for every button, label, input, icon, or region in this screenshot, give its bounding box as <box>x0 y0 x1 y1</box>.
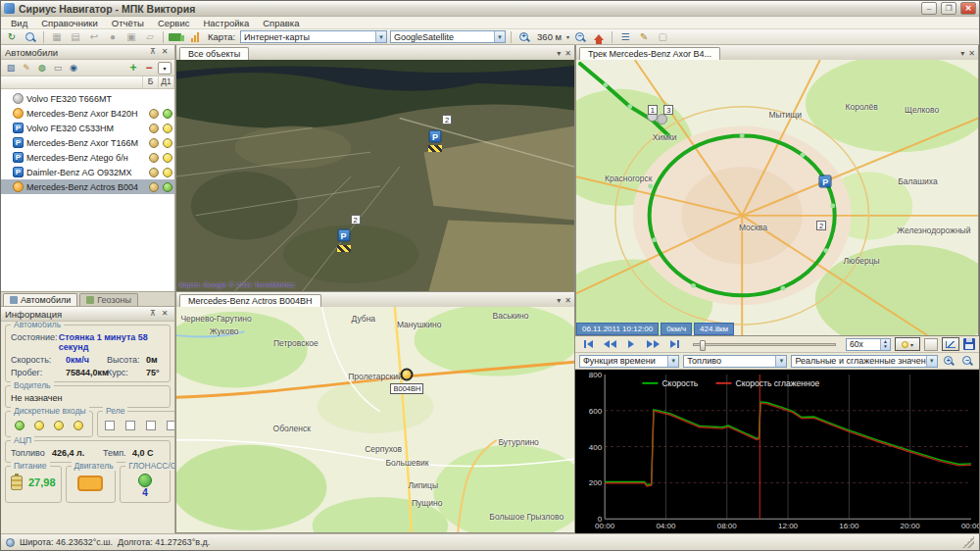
globe-icon[interactable]: ◍ <box>35 62 49 75</box>
chart-zoom-in-button[interactable]: + <box>942 354 956 368</box>
relay-checkbox[interactable] <box>105 421 115 430</box>
vehicle-row[interactable]: PMercedes-Benz Axor Т166МТ <box>1 135 174 150</box>
tab-geozones[interactable]: Геозоны <box>79 293 138 306</box>
zoom-out-icon: − <box>574 31 586 43</box>
camera-icon[interactable]: ▭ <box>51 62 65 75</box>
remove-vehicle-button[interactable]: − <box>142 62 156 75</box>
list-icon <box>10 296 18 304</box>
menu-Вид[interactable]: Вид <box>5 18 33 28</box>
tab-track[interactable]: Трек Mercedes-Benz Axor В4... <box>579 47 720 60</box>
vehicle-row[interactable]: Volvo FE320 T666МТ <box>1 91 174 106</box>
map-source-select[interactable]: Интернет-карты▼ <box>240 30 387 43</box>
view-mode-button[interactable]: ▾ <box>158 62 172 75</box>
satellite-map[interactable]: Карта: Google © 2011 TerraMetrics P2P2 <box>176 60 574 291</box>
option-button[interactable] <box>924 338 938 351</box>
rewind-button[interactable] <box>601 338 618 351</box>
column-name[interactable] <box>1 76 143 88</box>
zoom-in-button[interactable]: + <box>516 30 532 44</box>
tab-close-icon[interactable]: ✕ <box>564 296 571 305</box>
pin-icon[interactable]: ⊼ <box>147 47 159 58</box>
save-icon[interactable] <box>963 338 975 350</box>
world-icon[interactable]: ◉ <box>67 62 80 75</box>
relay-checkbox[interactable] <box>167 421 174 430</box>
fuel-speed-chart[interactable]: 020040060080000:0004:0008:0012:0016:0020… <box>575 370 979 533</box>
chart-function-select[interactable]: Функция времени▼ <box>579 355 679 368</box>
spinner-arrows[interactable]: ▲▼ <box>880 339 890 350</box>
playback-speed-value: 60x <box>850 339 863 349</box>
parking-marker[interactable]: P <box>337 229 350 242</box>
relay-checkbox[interactable] <box>125 421 135 430</box>
column-d1[interactable]: Д1 <box>159 76 174 88</box>
close-icon[interactable]: ✕ <box>159 309 171 320</box>
chart-parameter-select[interactable]: Топливо▼ <box>683 355 787 368</box>
vehicle-position-marker[interactable] <box>401 369 414 381</box>
svg-text:600: 600 <box>589 407 603 416</box>
tab-vehicles[interactable]: Автомобили <box>3 293 77 306</box>
vehicle-name: Mercedes-Benz Atego б/н <box>26 153 138 163</box>
city-label: Химки <box>653 132 677 142</box>
column-b[interactable]: Б <box>143 76 159 88</box>
satellite-imagery <box>176 60 574 291</box>
actros-road-map[interactable]: Чернево-ГарутиноЖуковоДубнаМанушкиноВась… <box>176 307 574 532</box>
menu-Справочники[interactable]: Справочники <box>35 18 104 28</box>
chart-zoom-out-button[interactable]: − <box>960 354 975 368</box>
zoom-dropdown-arrow[interactable]: ▾ <box>566 33 569 40</box>
highlight-button[interactable]: ▾ <box>895 337 920 351</box>
svg-text:20:00: 20:00 <box>901 522 921 530</box>
report-chart-button[interactable] <box>187 30 203 44</box>
resize-grip[interactable] <box>962 536 974 548</box>
slider-thumb[interactable] <box>700 340 706 351</box>
tab-close-icon[interactable]: ✕ <box>968 49 975 58</box>
relay-group: Реле <box>97 411 174 437</box>
menu-Сервис[interactable]: Сервис <box>152 18 196 28</box>
track-point-number[interactable]: 3 <box>663 105 673 115</box>
vehicle-row[interactable]: PMercedes-Benz Atego б/н <box>1 150 174 165</box>
tab-dropdown-icon[interactable]: ▾ <box>960 49 964 58</box>
map-layer-select[interactable]: GoogleSatellite▼ <box>390 30 506 43</box>
fast-forward-button[interactable] <box>644 338 662 351</box>
notes-button[interactable]: ✎ <box>636 30 652 44</box>
home-button[interactable] <box>591 30 607 44</box>
vehicle-menu-button[interactable]: ▾ <box>169 30 184 44</box>
skip-start-button[interactable] <box>579 338 597 351</box>
chart-mode-select[interactable]: Реальные и сглаженные значен▼ <box>791 355 937 368</box>
relay-checkbox[interactable] <box>146 421 156 430</box>
battery-icon <box>11 476 23 490</box>
zoom-level-value[interactable]: 360 м <box>535 31 564 42</box>
parking-marker[interactable]: P <box>819 175 832 187</box>
zoom-out-button[interactable]: − <box>572 30 588 44</box>
add-vehicle-button[interactable]: + <box>126 62 140 75</box>
refresh-button[interactable]: ↻ <box>4 30 20 44</box>
list-view-button[interactable]: ☰ <box>617 30 633 44</box>
tab-dropdown-icon[interactable]: ▾ <box>557 49 561 58</box>
playback-slider[interactable] <box>693 343 836 346</box>
parking-marker[interactable]: P <box>428 129 441 142</box>
vehicle-row[interactable]: PVolvo FE320 С533НМ <box>1 121 174 135</box>
menu-Отчёты[interactable]: Отчёты <box>106 18 150 28</box>
play-button[interactable] <box>622 338 640 351</box>
menu-Настройка[interactable]: Настройка <box>197 18 255 28</box>
maximize-button[interactable]: ❐ <box>941 2 956 15</box>
tab-dropdown-icon[interactable]: ▾ <box>557 296 561 305</box>
pin-icon[interactable]: ⊼ <box>147 309 159 320</box>
vehicle-row[interactable]: Mercedes-Benz Actros В004ВН <box>1 179 174 194</box>
tab-actros[interactable]: Mercedes-Benz Actros В004ВН <box>179 294 321 307</box>
skip-end-button[interactable] <box>665 338 683 351</box>
close-button[interactable]: ✕ <box>960 2 976 15</box>
group-icon[interactable]: ▧ <box>4 62 18 75</box>
vehicle-row[interactable]: PDaimler-Benz AG О932МХ <box>1 165 174 179</box>
track-point-number[interactable]: 1 <box>648 105 658 115</box>
menu-Справка[interactable]: Справка <box>257 18 305 28</box>
show-chart-button[interactable] <box>942 337 959 351</box>
edit-icon[interactable]: ✎ <box>20 62 33 75</box>
tab-all-objects[interactable]: Все объекты <box>179 47 249 60</box>
playback-speed-spinner[interactable]: 60x▲▼ <box>846 338 891 351</box>
minimize-button[interactable]: – <box>921 2 937 15</box>
search-button[interactable] <box>23 30 38 44</box>
tab-close-icon[interactable]: ✕ <box>564 49 571 58</box>
close-icon[interactable]: ✕ <box>159 47 171 58</box>
track-map[interactable]: ХимкиМытищиКоролёвЩелковоКрасногорскМоск… <box>576 60 978 335</box>
track-point-number[interactable]: 2 <box>816 221 826 230</box>
vehicle-row[interactable]: Mercedes-Benz Axor В420НВ <box>1 106 174 121</box>
temperature-value: 4,0 C <box>132 448 154 458</box>
